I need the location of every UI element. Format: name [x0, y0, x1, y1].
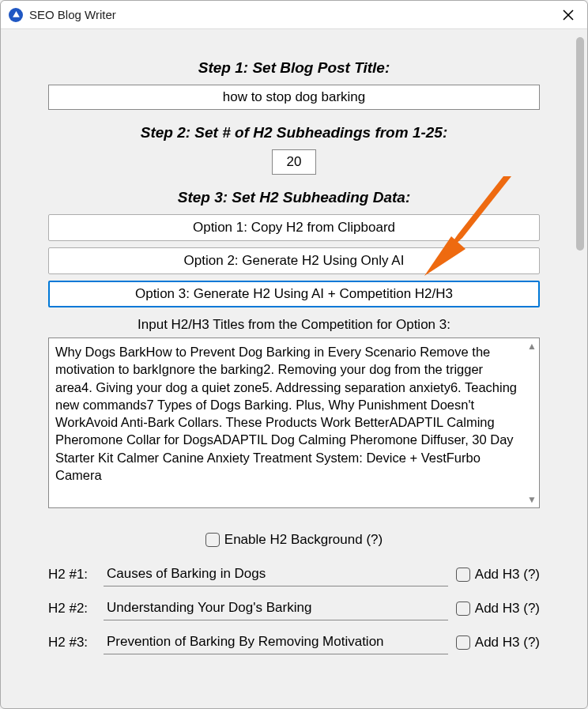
h2-2-label: H2 #2: — [48, 601, 96, 617]
h2-3-label: H2 #3: — [48, 635, 96, 651]
scroll-up-icon[interactable]: ▲ — [527, 341, 537, 352]
h2-2-add-label: Add H3 (?) — [475, 601, 540, 617]
app-icon — [9, 8, 23, 22]
app-window: SEO Blog Writer Step 1: Set Blog Post Ti… — [0, 0, 588, 709]
close-button[interactable] — [557, 4, 579, 26]
scroll-content: Step 1: Set Blog Post Title: Step 2: Set… — [1, 29, 587, 708]
h2-row-1: H2 #1: Add H3 (?) — [48, 562, 540, 586]
h2-1-label: H2 #1: — [48, 567, 96, 583]
window-title: SEO Blog Writer — [29, 8, 557, 21]
option1-button[interactable]: Option 1: Copy H2 from Clipboard — [48, 214, 540, 241]
step2-label: Step 2: Set # of H2 Subheadings from 1-2… — [48, 124, 540, 141]
close-icon — [562, 9, 575, 21]
enable-background-label: Enable H2 Background (?) — [224, 532, 383, 548]
h2-1-add-checkbox[interactable] — [456, 568, 470, 582]
svg-marker-0 — [13, 11, 20, 17]
h2-2-input[interactable] — [104, 596, 448, 620]
vertical-scrollbar[interactable] — [576, 37, 584, 251]
subheading-count-input[interactable] — [272, 149, 316, 175]
step3-label: Step 3: Set H2 Subheading Data: — [48, 189, 540, 206]
option2-button[interactable]: Option 2: Generate H2 Using Only AI — [48, 247, 540, 274]
content-area: Step 1: Set Blog Post Title: Step 2: Set… — [1, 29, 587, 708]
option3-button[interactable]: Option 3: Generate H2 Using AI + Competi… — [48, 281, 540, 307]
h2-3-add-label: Add H3 (?) — [475, 635, 540, 651]
h2-1-add-label: Add H3 (?) — [475, 567, 540, 583]
enable-background-row: Enable H2 Background (?) — [48, 532, 540, 548]
competition-textarea-wrap: ▲ ▼ — [48, 338, 540, 511]
h2-row-2: H2 #2: Add H3 (?) — [48, 596, 540, 620]
h2-1-input[interactable] — [104, 562, 448, 586]
h2-3-add-checkbox[interactable] — [456, 635, 470, 650]
h2-2-add: Add H3 (?) — [456, 601, 540, 617]
blog-title-input[interactable] — [48, 85, 540, 110]
h2-1-add: Add H3 (?) — [456, 567, 540, 583]
h2-3-input[interactable] — [104, 630, 448, 654]
competition-textarea[interactable] — [48, 338, 540, 508]
h2-3-add: Add H3 (?) — [456, 635, 540, 651]
competition-input-label: Input H2/H3 Titles from the Competition … — [48, 317, 540, 333]
step1-label: Step 1: Set Blog Post Title: — [48, 59, 540, 77]
scroll-down-icon[interactable]: ▼ — [527, 494, 537, 505]
h2-2-add-checkbox[interactable] — [456, 602, 470, 616]
h2-row-3: H2 #3: Add H3 (?) — [48, 630, 540, 654]
titlebar: SEO Blog Writer — [1, 1, 587, 29]
enable-background-checkbox[interactable] — [205, 533, 220, 547]
